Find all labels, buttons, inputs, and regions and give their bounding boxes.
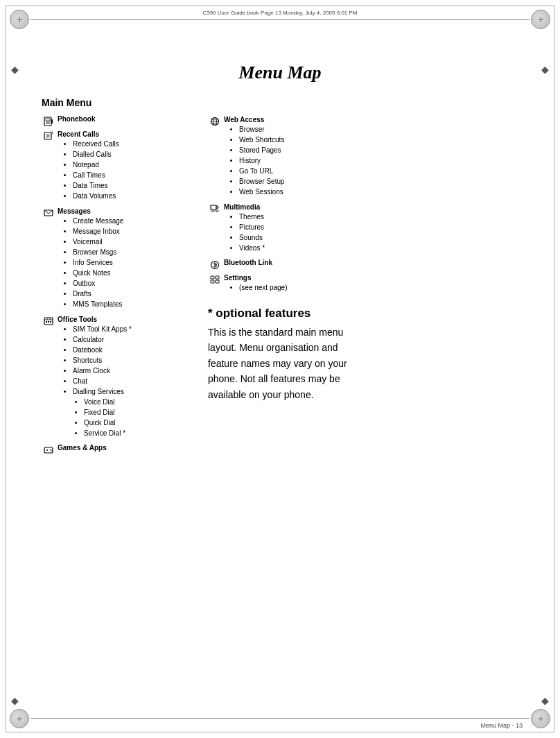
office-tools-icon bbox=[42, 316, 55, 327]
bluetooth-group: Bluetooth Link bbox=[208, 259, 360, 271]
web-access-list: Browser Web Shortcuts Stored Pages Histo… bbox=[224, 124, 285, 197]
list-item: Browser bbox=[239, 124, 285, 135]
settings-group: Settings (see next page) bbox=[208, 273, 360, 295]
corner-decoration-br bbox=[531, 709, 550, 728]
list-item: Videos * bbox=[239, 243, 265, 253]
settings-list: (see next page) bbox=[224, 282, 288, 293]
left-column: Phonebook ↺ Recent Calls bbox=[42, 115, 194, 458]
settings-icon bbox=[208, 274, 222, 285]
list-item: Stored Pages bbox=[239, 145, 285, 155]
list-item: Sounds bbox=[239, 232, 265, 243]
dialling-services-list: Voice Dial Fixed Dial Quick Dial Service… bbox=[73, 397, 132, 438]
multimedia-list: Themes Pictures Sounds Videos * bbox=[224, 212, 265, 253]
phonebook-group: Phonebook bbox=[42, 115, 194, 127]
list-item: Dialled Calls bbox=[73, 149, 119, 160]
games-apps-icon bbox=[42, 445, 55, 456]
content-area: Main Menu Phonebook bbox=[42, 97, 518, 703]
recent-calls-group: ↺ Recent Calls Received Calls Dialled Ca… bbox=[42, 130, 194, 204]
list-item: (see next page) bbox=[239, 282, 288, 293]
svg-point-22 bbox=[50, 449, 51, 450]
recent-calls-label: Recent Calls bbox=[58, 130, 99, 138]
left-bottom-arrow: ◆ bbox=[11, 695, 19, 706]
recent-calls-icon: ↺ bbox=[42, 130, 55, 141]
list-item: Drafts bbox=[73, 289, 123, 299]
optional-heading: * optional features bbox=[208, 307, 360, 320]
svg-rect-16 bbox=[46, 321, 47, 323]
web-access-content: Web Access Browser Web Shortcuts Stored … bbox=[224, 115, 285, 200]
svg-rect-37 bbox=[216, 276, 219, 279]
page-title: Menu Map bbox=[0, 62, 560, 83]
list-item: Pictures bbox=[239, 222, 265, 232]
svg-rect-38 bbox=[211, 280, 214, 283]
list-item: Message Inbox bbox=[73, 226, 123, 237]
messages-content: Messages Create Message Message Inbox Vo… bbox=[58, 207, 123, 312]
svg-rect-4 bbox=[51, 119, 53, 123]
settings-content: Settings (see next page) bbox=[224, 273, 288, 295]
header-bar: C390 User Guide.book Page 13 Monday, Jul… bbox=[30, 6, 530, 20]
bluetooth-label: Bluetooth Link bbox=[224, 259, 272, 266]
list-item: Data Volumes bbox=[73, 191, 119, 201]
settings-label: Settings bbox=[224, 274, 251, 282]
list-item: History bbox=[239, 155, 285, 166]
right-column: Web Access Browser Web Shortcuts Stored … bbox=[208, 115, 360, 458]
list-item: Go To URL bbox=[239, 166, 285, 176]
list-item: Data Times bbox=[73, 180, 119, 191]
list-item: Chat bbox=[73, 376, 132, 386]
list-item: Create Message bbox=[73, 216, 123, 226]
multimedia-label: Multimedia bbox=[224, 203, 260, 211]
recent-calls-content: Recent Calls Received Calls Dialled Call… bbox=[58, 130, 119, 204]
office-tools-content: Office Tools SIM Tool Kit Apps * Calcula… bbox=[58, 315, 132, 441]
games-apps-group: Games & Apps bbox=[42, 444, 194, 456]
menu-columns: Phonebook ↺ Recent Calls bbox=[42, 115, 518, 458]
list-item: Alarm Clock bbox=[73, 366, 132, 376]
right-bottom-arrow: ◆ bbox=[541, 695, 549, 706]
corner-decoration-tr bbox=[531, 10, 550, 29]
list-item: Web Shortcuts bbox=[239, 135, 285, 145]
messages-icon bbox=[42, 207, 55, 218]
web-access-icon bbox=[208, 116, 222, 127]
web-access-group: Web Access Browser Web Shortcuts Stored … bbox=[208, 115, 360, 200]
list-item: Browser Setup bbox=[239, 176, 285, 187]
list-item: Calculator bbox=[73, 334, 132, 345]
list-item: Browser Msgs bbox=[73, 247, 123, 257]
list-item: Shortcuts bbox=[73, 355, 132, 366]
svg-rect-17 bbox=[48, 321, 49, 323]
dialling-services-item: Dialling Services Voice Dial Fixed Dial … bbox=[73, 386, 132, 438]
svg-marker-30 bbox=[217, 205, 219, 209]
book-info: C390 User Guide.book Page 13 Monday, Jul… bbox=[202, 10, 357, 16]
svg-rect-29 bbox=[211, 205, 216, 209]
corner-decoration-bl bbox=[10, 709, 29, 728]
list-item: Web Sessions bbox=[239, 187, 285, 197]
office-tools-list: SIM Tool Kit Apps * Calculator Datebook … bbox=[58, 324, 132, 438]
svg-point-23 bbox=[51, 450, 51, 451]
footer-bar: Menu Map - 13 bbox=[30, 718, 530, 732]
svg-rect-18 bbox=[50, 321, 51, 323]
svg-rect-36 bbox=[211, 276, 214, 279]
corner-decoration-tl bbox=[10, 10, 29, 29]
list-item: Info Services bbox=[73, 257, 123, 268]
multimedia-icon bbox=[208, 203, 222, 214]
description-area: * optional features This is the standard… bbox=[208, 307, 360, 402]
messages-group: Messages Create Message Message Inbox Vo… bbox=[42, 207, 194, 312]
main-menu-heading: Main Menu bbox=[42, 97, 518, 108]
messages-list: Create Message Message Inbox Voicemail B… bbox=[58, 216, 123, 309]
list-item: Received Calls bbox=[73, 139, 119, 149]
list-item: Notepad bbox=[73, 160, 119, 170]
web-access-label: Web Access bbox=[224, 116, 264, 123]
list-item: MMS Templates bbox=[73, 299, 123, 309]
page-number: Menu Map - 13 bbox=[480, 722, 523, 729]
description-text: This is the standard main menu layout. M… bbox=[208, 325, 360, 402]
messages-label: Messages bbox=[58, 207, 91, 215]
list-item: Outbox bbox=[73, 278, 123, 289]
list-item: SIM Tool Kit Apps * bbox=[73, 324, 132, 334]
recent-calls-list: Received Calls Dialled Calls Notepad Cal… bbox=[58, 139, 119, 201]
list-item: Datebook bbox=[73, 345, 132, 355]
office-tools-label: Office Tools bbox=[58, 316, 97, 323]
svg-text:↺: ↺ bbox=[51, 132, 53, 135]
list-item: Themes bbox=[239, 212, 265, 222]
list-item: Quick Notes bbox=[73, 268, 123, 278]
list-item: Call Times bbox=[73, 170, 119, 180]
list-item: Voicemail bbox=[73, 237, 123, 247]
list-item: Quick Dial bbox=[84, 418, 132, 428]
multimedia-group: Multimedia Themes Pictures Sounds Videos… bbox=[208, 203, 360, 256]
